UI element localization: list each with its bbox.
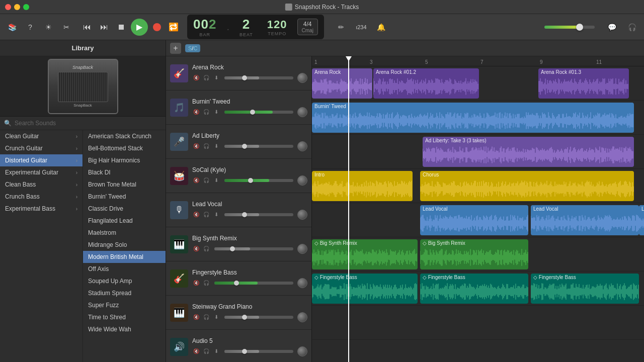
- clip[interactable]: Ad Liberty: Take 3 (3 takes): [423, 137, 634, 167]
- record-arm-button[interactable]: ⬇: [212, 176, 220, 185]
- pencil-button[interactable]: ✏: [334, 20, 348, 34]
- library-preset-item[interactable]: Off Axis: [83, 263, 166, 275]
- mute-button[interactable]: 🔇: [192, 74, 200, 82]
- track-fader[interactable]: [224, 213, 293, 216]
- fader-thumb[interactable]: [242, 212, 247, 217]
- mute-button[interactable]: 🔇: [192, 211, 200, 219]
- headphones-solo-button[interactable]: 🎧: [202, 347, 210, 355]
- minimize-button[interactable]: [14, 4, 20, 10]
- record-arm-button[interactable]: ⬇: [212, 74, 220, 82]
- library-category-item[interactable]: Distorted Guitar›: [0, 154, 83, 166]
- mute-button[interactable]: 🔇: [192, 245, 200, 253]
- play-button[interactable]: ▶: [131, 19, 148, 36]
- library-preset-item[interactable]: Black DI: [83, 166, 166, 178]
- rewind-button[interactable]: ⏮: [79, 20, 95, 35]
- library-category-item[interactable]: Clean Guitar›: [0, 130, 83, 142]
- track-row[interactable]: 🎵 Burnin' Tweed 🔇 🎧 ⬇: [166, 90, 311, 125]
- library-preset-item[interactable]: Classic Drive: [83, 203, 166, 215]
- headphones-solo-button[interactable]: 🎧: [202, 176, 210, 185]
- mute-button[interactable]: 🔇: [192, 347, 200, 355]
- volume-knob[interactable]: [297, 141, 307, 151]
- mute-button[interactable]: 🔇: [192, 313, 200, 321]
- help-button[interactable]: ?: [23, 20, 37, 34]
- headphones-solo-button[interactable]: 🎧: [202, 245, 210, 253]
- track-fader[interactable]: [224, 145, 293, 148]
- search-input[interactable]: [15, 120, 162, 127]
- volume-thumb[interactable]: [576, 24, 583, 31]
- library-category-item[interactable]: Experimental Bass›: [0, 203, 83, 215]
- volume-knob[interactable]: [297, 73, 307, 83]
- close-button[interactable]: [5, 4, 11, 10]
- clip[interactable]: Chorus: [420, 171, 634, 201]
- headphones-solo-button[interactable]: 🎧: [202, 211, 210, 219]
- fader-thumb[interactable]: [242, 144, 247, 149]
- library-preset-item[interactable]: Souped Up Amp: [83, 275, 166, 287]
- track-fader[interactable]: [224, 350, 293, 353]
- clip[interactable]: ◇ Big Synth Remix: [312, 239, 418, 269]
- volume-knob[interactable]: [297, 346, 307, 356]
- clip[interactable]: Lead Vocal: [531, 205, 639, 235]
- clip[interactable]: Arena Rock #01.3: [538, 68, 629, 99]
- library-preset-item[interactable]: Midrange Solo: [83, 239, 166, 251]
- tuner-button[interactable]: 🔔: [374, 20, 388, 34]
- scissors-button[interactable]: ✂: [59, 20, 73, 34]
- headphones-solo-button[interactable]: 🎧: [202, 313, 210, 321]
- library-preset-item[interactable]: Big Hair Harmonics: [83, 154, 166, 166]
- fader-thumb[interactable]: [242, 315, 247, 320]
- track-fader[interactable]: [224, 179, 293, 182]
- clip[interactable]: Arena Rock: [312, 68, 372, 99]
- library-category-item[interactable]: Crunch Bass›: [0, 191, 83, 203]
- count-button[interactable]: ı234: [354, 20, 368, 34]
- mute-button[interactable]: 🔇: [192, 176, 200, 185]
- loop-button[interactable]: 🔁: [166, 20, 181, 35]
- library-button[interactable]: 📚: [5, 20, 19, 34]
- stop-button[interactable]: ⏹: [114, 20, 129, 35]
- library-preset-item[interactable]: American Stack Crunch: [83, 130, 166, 142]
- track-row[interactable]: 🥁 SoCal (Kyle) 🔇 🎧 ⬇: [166, 159, 311, 193]
- clip[interactable]: Lead: [639, 205, 644, 235]
- record-arm-button[interactable]: ⬇: [212, 108, 220, 116]
- record-arm-button[interactable]: ⬇: [212, 313, 220, 321]
- mute-button[interactable]: 🔇: [192, 108, 200, 116]
- fader-thumb[interactable]: [242, 349, 247, 354]
- library-preset-item[interactable]: Stadium Spread: [83, 287, 166, 299]
- library-preset-item[interactable]: Maelstrom: [83, 227, 166, 239]
- headphones-solo-button[interactable]: 🎧: [202, 279, 210, 287]
- record-arm-button[interactable]: ⬇: [212, 211, 220, 219]
- smart-controls-button[interactable]: S/C: [185, 44, 200, 52]
- mute-button[interactable]: 🔇: [192, 279, 200, 287]
- volume-knob[interactable]: [297, 107, 307, 117]
- record-button[interactable]: [150, 20, 164, 34]
- chat-button[interactable]: 💬: [605, 20, 619, 34]
- track-row[interactable]: 🎸 Arena Rock 🔇 🎧 ⬇: [166, 56, 311, 90]
- headphones-button[interactable]: 🎧: [625, 20, 639, 34]
- volume-knob[interactable]: [297, 210, 307, 220]
- library-preset-item[interactable]: Burnin' Tweed: [83, 191, 166, 203]
- library-preset-item[interactable]: Brown Tone Metal: [83, 178, 166, 191]
- clip[interactable]: Burnin' Tweed: [312, 103, 634, 133]
- track-fader[interactable]: [224, 111, 293, 114]
- volume-knob[interactable]: [297, 244, 307, 254]
- track-fader[interactable]: [214, 247, 293, 250]
- headphones-solo-button[interactable]: 🎧: [202, 108, 210, 116]
- headphones-solo-button[interactable]: 🎧: [202, 74, 210, 82]
- add-track-button[interactable]: +: [170, 43, 181, 54]
- record-arm-button[interactable]: ⬇: [212, 142, 220, 150]
- time-signature[interactable]: 4/4 Cmaj: [297, 19, 318, 35]
- clip[interactable]: Lead Vocal: [420, 205, 528, 235]
- clip[interactable]: Arena Rock #01.2: [373, 68, 479, 99]
- library-preset-item[interactable]: Bell-Bottomed Stack: [83, 142, 166, 154]
- track-fader[interactable]: [214, 282, 293, 285]
- clip[interactable]: ◇ Big Synth Remix: [420, 239, 528, 269]
- clip[interactable]: ◇ Fingerstyle Bass: [312, 274, 418, 304]
- fader-thumb[interactable]: [248, 178, 253, 183]
- record-arm-button[interactable]: ⬇: [212, 347, 220, 355]
- timeline-area[interactable]: 1357911 Arena Rock Arena Rock #01.2 Aren…: [312, 56, 644, 362]
- volume-slider[interactable]: [544, 26, 595, 29]
- library-category-item[interactable]: Crunch Guitar›: [0, 142, 83, 154]
- volume-knob[interactable]: [297, 175, 307, 186]
- fader-thumb[interactable]: [242, 75, 247, 80]
- library-category-item[interactable]: Experimental Guitar›: [0, 166, 83, 178]
- volume-knob[interactable]: [297, 278, 307, 288]
- library-preset-item[interactable]: Flangilated Lead: [83, 215, 166, 227]
